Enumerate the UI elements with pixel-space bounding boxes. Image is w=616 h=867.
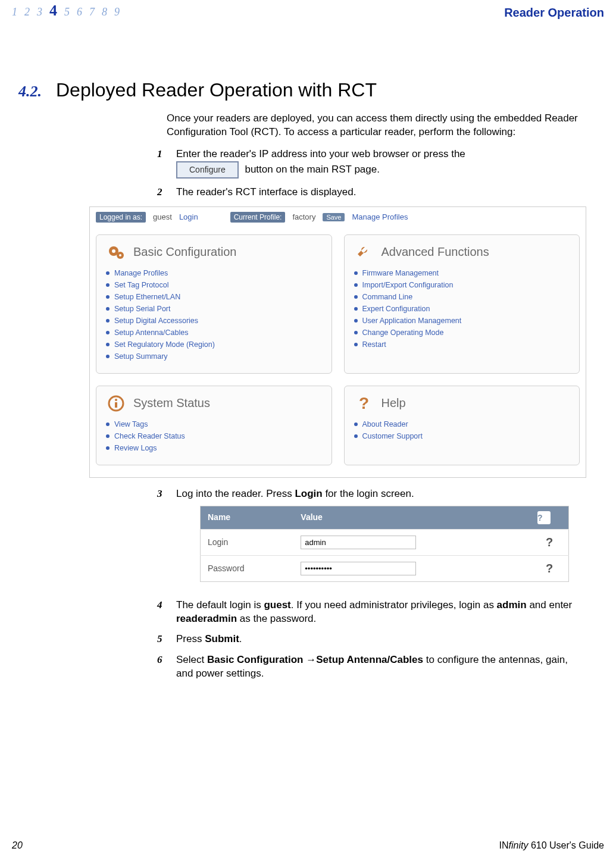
panel-link-label: About Reader <box>362 420 408 428</box>
chapter-link-6[interactable]: 6 <box>77 6 82 18</box>
panel-link-label: View Tags <box>114 420 148 428</box>
panel-link[interactable]: User Application Management <box>354 315 570 327</box>
chapter-link-5[interactable]: 5 <box>64 6 70 18</box>
panel-title: Help <box>382 396 406 410</box>
basic-config-panel: Basic Configuration Manage ProfilesSet T… <box>96 234 332 374</box>
chapter-link-4[interactable]: 4 <box>49 6 57 18</box>
panel-link[interactable]: Review Logs <box>106 442 322 454</box>
col-help: ? <box>530 506 569 529</box>
step-number: 6 <box>157 653 165 681</box>
configure-button[interactable]: Configure <box>176 161 239 179</box>
panel-link[interactable]: Setup Serial Port <box>106 303 322 315</box>
panel-link[interactable]: Firmware Management <box>354 267 570 279</box>
logged-in-user: guest <box>153 212 172 221</box>
panel-link-label: Customer Support <box>362 432 423 440</box>
login-input[interactable] <box>301 536 416 549</box>
page-footer: 20 INfinity 610 User's Guide <box>12 840 604 851</box>
bullet-icon <box>354 434 358 438</box>
logged-in-label: Logged in as: <box>96 212 146 223</box>
panel-link[interactable]: Set Regulatory Mode (Region) <box>106 339 322 350</box>
panel-link[interactable]: Setup Digital Accessories <box>106 315 322 327</box>
section-title: Deployed Reader Operation with RCT <box>56 79 377 101</box>
panel-link[interactable]: Command Line <box>354 291 570 303</box>
col-value: Value <box>293 506 530 529</box>
panel-link[interactable]: Manage Profiles <box>106 267 322 279</box>
panel-link[interactable]: Expert Configuration <box>354 303 570 315</box>
panel-link[interactable]: Restart <box>354 339 570 350</box>
panel-link-label: Expert Configuration <box>362 305 430 313</box>
bullet-icon <box>106 343 110 346</box>
panel-title: Advanced Functions <box>382 245 489 259</box>
panel-link-label: Set Tag Protocol <box>114 281 169 289</box>
panel-link-label: User Application Management <box>362 317 462 325</box>
bullet-icon <box>354 307 358 311</box>
svg-point-3 <box>119 254 121 256</box>
panel-link-label: Command Line <box>362 293 413 301</box>
manage-profiles-link[interactable]: Manage Profiles <box>352 212 408 221</box>
panel-link[interactable]: About Reader <box>354 418 570 430</box>
bullet-icon <box>106 434 110 438</box>
chapter-link-2[interactable]: 2 <box>24 6 30 18</box>
page-header: 1 2 3 4 5 6 7 8 9 Reader Operation <box>12 6 604 20</box>
panel-link[interactable]: Customer Support <box>354 430 570 442</box>
step-number: 1 <box>157 148 165 179</box>
panel-link-label: Setup Summary <box>114 352 168 361</box>
bullet-icon <box>354 295 358 299</box>
panel-link[interactable]: View Tags <box>106 418 322 430</box>
chapter-link-8[interactable]: 8 <box>102 6 107 18</box>
help-panel: ? Help About ReaderCustomer Support <box>344 386 580 465</box>
login-table: Name Value ? Login ? Password ? <box>200 506 569 582</box>
panel-link[interactable]: Import/Export Configuration <box>354 279 570 291</box>
panel-link-label: Review Logs <box>114 444 157 452</box>
info-icon <box>106 393 126 414</box>
panel-link-label: Firmware Management <box>362 269 439 277</box>
chapter-nav: 1 2 3 4 5 6 7 8 9 <box>12 6 120 18</box>
step-number: 4 <box>157 599 165 626</box>
panel-link[interactable]: Setup Ethernet/LAN <box>106 291 322 303</box>
chapter-link-1[interactable]: 1 <box>12 6 17 18</box>
system-status-panel: System Status View TagsCheck Reader Stat… <box>96 386 332 465</box>
gears-icon <box>106 242 126 262</box>
guide-title: INfinity 610 User's Guide <box>499 840 604 851</box>
bullet-icon <box>106 307 110 311</box>
bullet-icon <box>106 295 110 299</box>
panel-link[interactable]: Set Tag Protocol <box>106 279 322 291</box>
profile-label: Current Profile: <box>230 212 286 223</box>
help-icon[interactable]: ? <box>530 555 569 581</box>
bullet-icon <box>106 331 110 334</box>
wrench-icon <box>354 242 374 262</box>
step-1-text: Enter the reader's IP address into your … <box>176 148 465 179</box>
section-number: 4.2. <box>12 83 42 101</box>
bullet-icon <box>354 271 358 275</box>
svg-rect-6 <box>115 402 117 408</box>
bullet-icon <box>106 271 110 275</box>
panel-link-label: Set Regulatory Mode (Region) <box>114 340 215 349</box>
save-button[interactable]: Save <box>323 213 345 221</box>
chapter-link-9[interactable]: 9 <box>114 6 120 18</box>
login-link[interactable]: Login <box>179 212 198 221</box>
panel-link-label: Restart <box>362 340 386 349</box>
help-icon[interactable]: ? <box>530 529 569 555</box>
question-icon: ? <box>354 393 374 414</box>
step-number: 2 <box>157 186 165 199</box>
col-name: Name <box>201 506 294 529</box>
step-3-text: Log into the reader. Press Login for the… <box>176 487 569 591</box>
panel-link[interactable]: Setup Summary <box>106 350 322 362</box>
chapter-link-3[interactable]: 3 <box>37 6 42 18</box>
bullet-icon <box>106 355 110 358</box>
password-input[interactable] <box>301 562 416 575</box>
bullet-icon <box>354 283 358 287</box>
panel-title: Basic Configuration <box>133 245 236 259</box>
panel-link[interactable]: Check Reader Status <box>106 430 322 442</box>
step-5-text: Press Submit. <box>176 633 242 646</box>
panel-link[interactable]: Change Operating Mode <box>354 327 570 339</box>
svg-text:?: ? <box>359 394 369 412</box>
panel-title: System Status <box>133 396 210 410</box>
panel-link-label: Check Reader Status <box>114 432 185 440</box>
rct-screenshot: Logged in as: guest Login Current Profil… <box>89 206 586 478</box>
step-number: 5 <box>157 633 165 646</box>
svg-point-1 <box>112 249 115 253</box>
panel-link-label: Setup Antenna/Cables <box>114 328 188 337</box>
panel-link[interactable]: Setup Antenna/Cables <box>106 327 322 339</box>
chapter-link-7[interactable]: 7 <box>89 6 95 18</box>
